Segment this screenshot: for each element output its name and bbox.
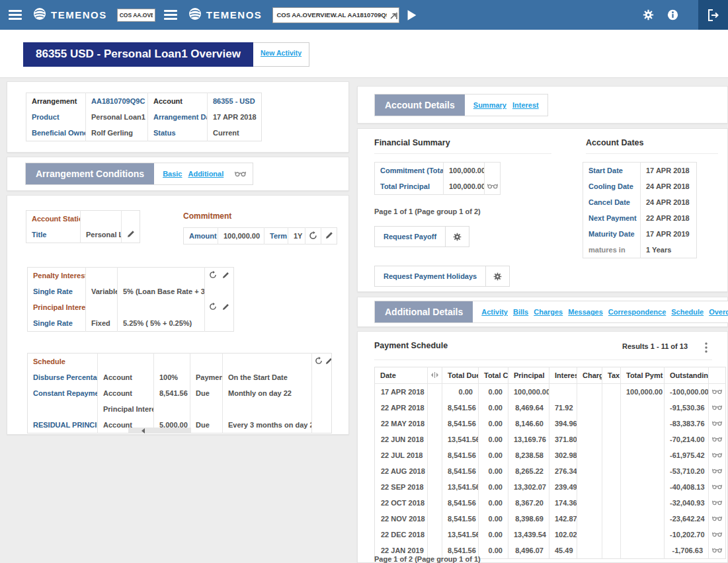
date-cell: 22 APR 2018 <box>375 400 428 416</box>
edit-commitment-icon[interactable] <box>321 228 337 244</box>
sign-out-icon[interactable] <box>698 0 728 30</box>
charge-cell <box>577 527 602 543</box>
link-messages[interactable]: Messages <box>568 308 603 316</box>
title-label: Title <box>26 227 81 243</box>
table-row: Amount 100,000.00 Term 1Y <box>184 228 337 244</box>
table-row: 22 AUG 20188,541.560.008,265.22276.34-53… <box>375 463 726 479</box>
request-payment-holidays-button[interactable]: Request Payment Holidays <box>374 266 510 287</box>
settings-gear-icon[interactable] <box>643 9 654 20</box>
col-header-date: Date <box>375 367 428 384</box>
link-schedule[interactable]: Schedule <box>671 308 704 316</box>
account-static-table: Account Static Title Personal Loan <box>26 210 140 243</box>
total-cap-cell: 0.00 <box>479 400 508 416</box>
view-row-details-icon[interactable] <box>709 416 726 432</box>
new-activity-link[interactable]: New Activity <box>261 49 302 57</box>
principal-cell: 13,302.07 <box>508 479 549 495</box>
view-row-details-icon[interactable] <box>709 479 726 495</box>
link-bills[interactable]: Bills <box>513 308 528 316</box>
account-details-header: Account Details SummaryInterest <box>374 94 548 116</box>
total-pymt-cell <box>621 479 665 495</box>
view-row-details-icon[interactable] <box>709 463 726 479</box>
table-row: Title Personal Loan <box>26 227 140 243</box>
outstanding-cell: -40,408.13 <box>665 479 709 495</box>
schedule-label: Constant Repayment <box>28 385 98 401</box>
link-charges[interactable]: Charges <box>534 308 563 316</box>
principal-interest-header: Principal Interest <box>28 299 86 315</box>
edit-penalty-icon[interactable] <box>222 272 229 279</box>
refresh-commitment-icon[interactable] <box>305 228 321 244</box>
table-row: Single Rate Fixed 5.25% ( 5% + 0.25%) <box>28 315 234 332</box>
date-value: 17 APR 2018 <box>641 163 697 179</box>
total-pymt-cell <box>621 463 665 479</box>
link-basic[interactable]: Basic <box>163 170 182 178</box>
refresh-penalty-icon[interactable] <box>209 271 217 279</box>
view-principal-details-icon[interactable] <box>485 178 501 195</box>
section-chip: Arrangement Conditions <box>26 163 154 184</box>
account-dates-table: Start Date17 APR 2018Cooling Date24 APR … <box>583 162 697 258</box>
interest-cell: 142.87 <box>549 511 577 527</box>
date-cell: 22 MAY 2018 <box>375 416 428 432</box>
payoff-gear-icon[interactable] <box>446 227 469 246</box>
date-label: Cancel Date <box>583 194 641 210</box>
account-details-card: Account Details SummaryInterest <box>357 86 728 124</box>
tax-cell <box>602 479 621 495</box>
total-pymt-cell <box>621 527 665 543</box>
command-input-small[interactable] <box>117 9 155 22</box>
view-row-details-icon[interactable] <box>709 495 726 511</box>
total-due-cell: 0.00 <box>442 384 479 400</box>
schedule-type: Payment <box>190 369 223 385</box>
penalty-rate-label: Single Rate <box>28 283 86 299</box>
horizontal-scrollbar[interactable] <box>128 428 191 433</box>
info-value: Current <box>208 125 262 141</box>
principal-cell: 13,439.54 <box>508 527 549 543</box>
total-pymt-cell <box>621 511 665 527</box>
view-row-details-icon[interactable] <box>709 543 726 559</box>
term-label: Term <box>264 228 288 244</box>
principal-cell: 8,367.20 <box>508 495 549 511</box>
account-details-body-card: Financial Summary Commitment (Total) 100… <box>357 128 728 292</box>
info-icon[interactable] <box>667 9 678 20</box>
command-input[interactable] <box>272 7 399 23</box>
table-menu-icon[interactable] <box>704 341 709 357</box>
view-row-details-icon[interactable] <box>709 511 726 527</box>
col-header-charge: Charge <box>577 367 602 384</box>
command-submit-icon[interactable] <box>389 11 397 22</box>
total-cap-cell: 0.00 <box>479 447 508 463</box>
link-correspondence[interactable]: Correspondence <box>608 308 666 316</box>
spacer-cell <box>428 463 442 479</box>
table-row: Single Rate Variable 5% (Loan Base Rate … <box>28 283 234 299</box>
date-label: Next Payment <box>583 210 641 226</box>
request-payoff-button[interactable]: Request Payoff <box>374 226 469 247</box>
additional-details-links: ActivityBillsChargesMessagesCorresponden… <box>473 301 728 322</box>
view-row-details-icon[interactable] <box>709 432 726 447</box>
table-row: Account Static <box>26 211 140 227</box>
menu-icon-2[interactable] <box>164 10 177 20</box>
link-additional[interactable]: Additional <box>188 170 223 178</box>
edit-title-icon[interactable] <box>122 227 140 243</box>
table-row: 22 DEC 201813,541.560.0013,439.54102.02-… <box>375 527 726 543</box>
view-row-details-icon[interactable] <box>709 447 726 463</box>
payment-holidays-gear-icon[interactable] <box>486 266 509 286</box>
principal-actions <box>205 299 234 315</box>
view-conditions-icon[interactable] <box>235 163 246 184</box>
refresh-schedule-icon[interactable] <box>315 357 323 365</box>
run-command-icon[interactable] <box>407 9 417 21</box>
edit-schedule-icon[interactable] <box>325 357 332 365</box>
link-summary[interactable]: Summary <box>473 101 506 109</box>
link-activity[interactable]: Activity <box>481 308 508 316</box>
tax-cell <box>602 400 621 416</box>
view-row-details-icon[interactable] <box>709 527 726 543</box>
link-overdue[interactable]: Overdue <box>709 308 728 316</box>
total-cap-cell: 0.00 <box>479 432 508 447</box>
view-row-details-icon[interactable] <box>709 384 726 400</box>
scroll-left-icon[interactable] <box>142 428 145 433</box>
total-cap-cell: 0.00 <box>479 463 508 479</box>
table-row: 22 OCT 20188,541.560.008,367.20174.36-32… <box>375 495 726 511</box>
view-row-details-icon[interactable] <box>709 400 726 416</box>
refresh-principal-icon[interactable] <box>209 303 217 311</box>
menu-icon[interactable] <box>9 10 22 20</box>
outstanding-cell: -100,000.00 <box>665 384 709 400</box>
link-interest[interactable]: Interest <box>512 101 539 109</box>
edit-principal-icon[interactable] <box>222 303 229 311</box>
column-freeze-icon[interactable] <box>428 367 442 384</box>
